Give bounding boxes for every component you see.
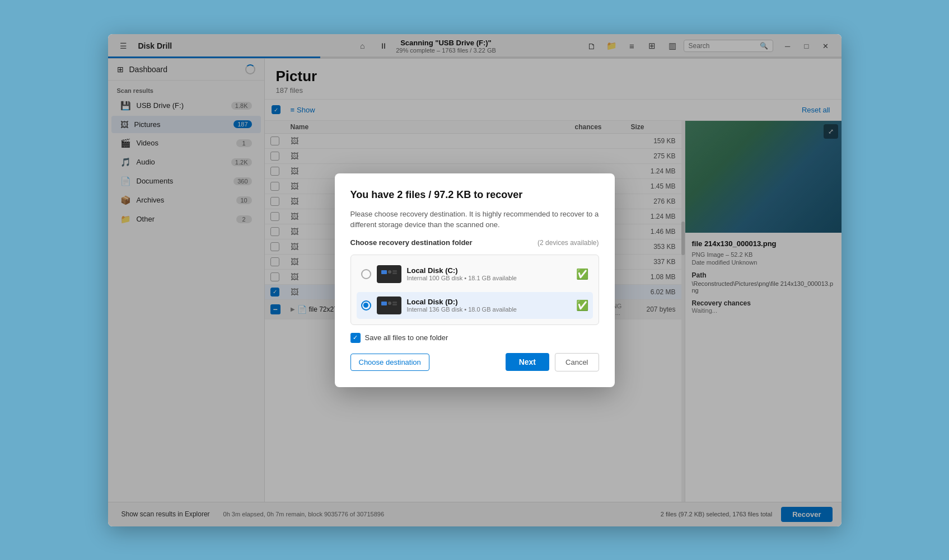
- disk-d-info: Local Disk (D:) Internal 136 GB disk • 1…: [407, 298, 571, 313]
- radio-dot-d: [363, 303, 368, 308]
- svg-rect-8: [392, 302, 397, 303]
- save-all-label: Save all files to one folder: [365, 333, 448, 342]
- recovery-modal: You have 2 files / 97.2 KB to recover Pl…: [335, 173, 615, 387]
- disk-c-ok-icon: ✅: [576, 268, 588, 280]
- devices-available: (2 devices available): [537, 239, 599, 247]
- app-window: ☰ Disk Drill ⌂ ⏸ Scanning "USB Drive (F:…: [108, 34, 842, 526]
- svg-rect-1: [381, 270, 387, 274]
- disk-d-icon: [380, 300, 398, 311]
- save-all-row: ✓ Save all files to one folder: [350, 333, 599, 343]
- save-all-checkbox[interactable]: ✓: [350, 333, 361, 343]
- modal-overlay: You have 2 files / 97.2 KB to recover Pl…: [108, 34, 842, 526]
- radio-c[interactable]: [361, 269, 371, 279]
- modal-actions: Choose destination Next Cancel: [350, 353, 599, 371]
- disk-d-ok-icon: ✅: [576, 299, 588, 312]
- disk-option-c[interactable]: Local Disk (C:) Internal 100 GB disk • 1…: [357, 261, 593, 288]
- svg-rect-9: [392, 304, 397, 305]
- disk-c-info: Local Disk (C:) Internal 100 GB disk • 1…: [407, 266, 571, 281]
- disk-d-name: Local Disk (D:): [407, 298, 571, 306]
- disk-c-detail: Internal 100 GB disk • 18.1 GB available: [407, 275, 571, 281]
- disk-c-name: Local Disk (C:): [407, 266, 571, 275]
- svg-rect-3: [392, 270, 397, 272]
- disk-options: Local Disk (C:) Internal 100 GB disk • 1…: [350, 255, 599, 325]
- disk-option-d[interactable]: Local Disk (D:) Internal 136 GB disk • 1…: [357, 292, 593, 319]
- modal-section-title: Choose recovery destination folder: [350, 238, 473, 247]
- radio-d[interactable]: [361, 300, 371, 310]
- modal-description: Please choose recovery destination. It i…: [350, 209, 599, 230]
- svg-rect-4: [392, 272, 397, 274]
- disk-d-detail: Internal 136 GB disk • 18.0 GB available: [407, 306, 571, 313]
- svg-rect-6: [381, 302, 387, 305]
- choose-destination-button[interactable]: Choose destination: [350, 354, 429, 371]
- modal-title: You have 2 files / 97.2 KB to recover: [350, 189, 599, 201]
- next-button[interactable]: Next: [506, 353, 549, 371]
- svg-rect-7: [388, 302, 391, 305]
- cancel-button[interactable]: Cancel: [555, 353, 599, 371]
- svg-rect-2: [388, 270, 391, 274]
- disk-c-icon: [380, 269, 398, 280]
